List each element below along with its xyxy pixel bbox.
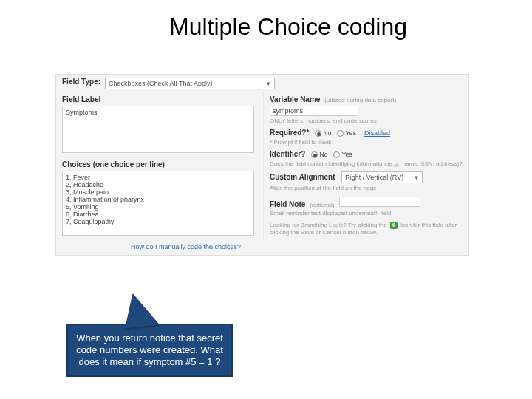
identifier-yes-label: Yes [341, 151, 352, 159]
left-column: Field Label Symptoms Choices (one choice… [56, 92, 263, 240]
required-note: * Prompt if field is blank [270, 139, 463, 146]
how-code-link[interactable]: How do I manually code the choices? [131, 243, 241, 250]
required-no-radio[interactable] [315, 130, 321, 137]
chevron-down-icon: ▼ [265, 81, 271, 87]
branching-logic-hint: Looking for Branching Logic? Try clickin… [270, 222, 463, 237]
field-note-row: Field Note (optional) [270, 197, 463, 209]
identifier-note: Does the field contain identifying infor… [270, 160, 463, 168]
alignment-row: Custom Alignment Right / Vertical (RV) ▼ [270, 171, 463, 183]
callout-text: When you return notice that secret code … [75, 332, 224, 369]
required-label: Required?* [270, 129, 309, 137]
identifier-label: Identifier? [270, 150, 305, 158]
slide-title: Multiple Choice coding [44, 0, 532, 47]
field-editor-panel: Field Type: Checkboxes (Check All That A… [55, 74, 469, 256]
choices-heading: Choices (one choice per line) [62, 160, 257, 168]
required-yes-label: Yes [345, 130, 356, 137]
field-note-label: Field Note [270, 200, 305, 208]
choices-textarea[interactable]: 1, Fever 2, Headache 3, Muscle pain 4, I… [62, 171, 254, 236]
required-yes-radio[interactable] [337, 130, 344, 137]
field-note-input[interactable] [339, 197, 420, 207]
alignment-value: Right / Vertical (RV) [345, 174, 403, 181]
alignment-label: Custom Alignment [270, 173, 335, 181]
field-label-textarea[interactable]: Symptoms [62, 106, 254, 153]
field-type-select[interactable]: Checkboxes (Check All That Apply) ▼ [105, 78, 275, 89]
annotation-callout: When you return notice that secret code … [66, 324, 233, 377]
variable-name-label: Variable Name [270, 95, 320, 103]
choices-help-row: How do I manually code the choices? [56, 240, 468, 255]
variable-name-row: Variable Name (utilized during data expo… [270, 95, 463, 104]
alignment-note: Align the position of the field on the p… [270, 185, 463, 192]
identifier-no-label: No [319, 151, 328, 159]
callout-pointer [123, 293, 158, 328]
field-note-optional: (optional) [310, 202, 334, 208]
field-label-heading: Field Label [62, 95, 257, 103]
required-no-label: No [323, 130, 332, 137]
identifier-no-radio[interactable] [311, 151, 318, 158]
right-column: Variable Name (utilized during data expo… [263, 92, 468, 240]
alignment-select[interactable]: Right / Vertical (RV) ▼ [341, 171, 423, 183]
chevron-down-icon: ▼ [413, 174, 419, 181]
variable-name-export-hint: (utilized during data export) [324, 97, 396, 103]
field-note-hint: Small reminder text displayed underneath… [270, 210, 463, 217]
identifier-yes-radio[interactable] [333, 151, 340, 158]
required-row: Required?* No Yes Disabled [270, 129, 463, 137]
field-type-label: Field Type: [62, 78, 100, 86]
two-column-area: Field Label Symptoms Choices (one choice… [56, 92, 468, 240]
field-type-value: Checkboxes (Check All That Apply) [109, 80, 212, 87]
required-disabled-link[interactable]: Disabled [364, 129, 390, 137]
field-type-row: Field Type: Checkboxes (Check All That A… [56, 75, 468, 92]
variable-name-note: ONLY letters, numbers, and underscores [270, 117, 463, 125]
branching-text-1: Looking for Branching Logic? Try clickin… [270, 222, 389, 228]
identifier-row: Identifier? No Yes [270, 150, 463, 158]
variable-name-input[interactable]: symptoms [270, 106, 358, 116]
branching-logic-icon: ↯ [390, 222, 398, 229]
